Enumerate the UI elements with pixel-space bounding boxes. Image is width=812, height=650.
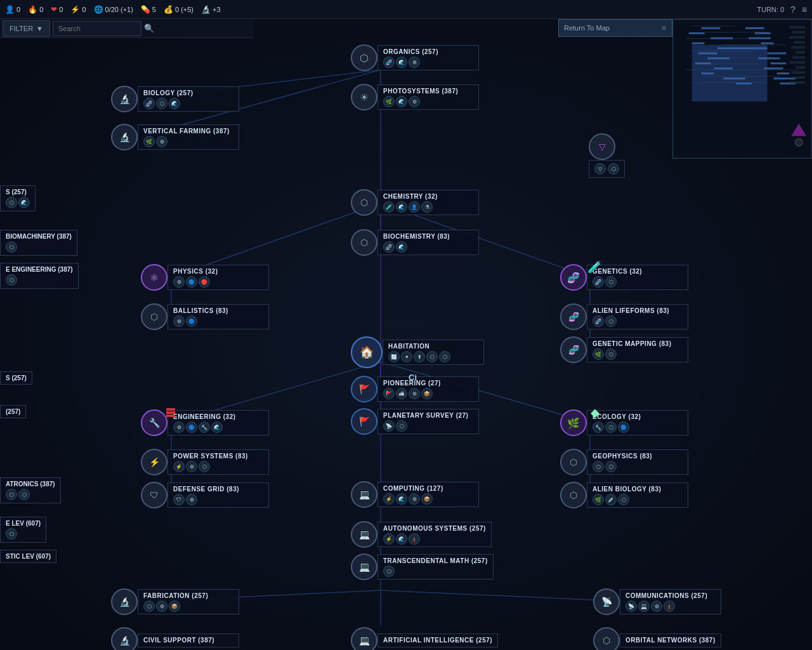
tech-node-geophysics[interactable]: ⬡ GEOPHYSICS (83) ⬡ ⬡ <box>560 449 688 475</box>
bio-mini-1: 🧬 <box>143 98 155 109</box>
organics-mini-2: 🌊 <box>396 56 407 68</box>
tech-node-photosystems[interactable]: ☀ PHOTOSYSTEMS (387) 🌿 🌊 ⚙ <box>351 84 479 110</box>
genetics-icons: 🧬 ⬡ <box>593 276 683 288</box>
tech-node-ecology[interactable]: 🌿 ◆ ECOLOGY (32) 🔧 ⬡ 🔵 <box>560 409 688 436</box>
auto-icon: 💻 <box>351 521 377 548</box>
left2-title: BIOMACHINERY (387) <box>6 233 72 240</box>
svg-rect-37 <box>792 31 805 34</box>
svg-rect-47 <box>790 81 805 84</box>
pow-mini-2: ⚙ <box>186 461 197 472</box>
filter-button[interactable]: FILTER ▼ <box>3 20 50 37</box>
left-partial-6[interactable]: ATRONICS (387) ⬡ ⬡ <box>0 477 61 503</box>
tech-node-genetic-mapping[interactable]: 🧬 GENETIC MAPPING (83) 🌿 ⬡ <box>560 336 688 363</box>
return-to-map-button[interactable]: Return To Map ✕ <box>558 19 672 37</box>
gm-mini-1: 🌿 <box>593 348 604 360</box>
civil-label-box: CIVIL SUPPORT (387) <box>138 633 239 647</box>
tech-node-transcendental-math[interactable]: 💻 TRANSCENDENTAL MATH (257) ⬡ <box>351 554 494 580</box>
tech-node-orbital-networks[interactable]: ⬡ ORBITAL NETWORKS (387) <box>593 627 721 650</box>
health-value: 5 <box>152 6 156 13</box>
planetary-survey-icon: 🚩 <box>351 408 377 435</box>
tech-node-ballistics[interactable]: ⬡ BALLISTICS (83) ⚙ 🔵 <box>141 303 269 330</box>
tech-node-engineering[interactable]: 🔧 ENGINEERING (32) ⚙ 🔵 🔧 🌊 <box>141 409 269 436</box>
tech-node-power-systems[interactable]: ⚡ POWER SYSTEMS (83) ⚡ ⚙ ⬡ <box>141 449 269 475</box>
phys-mini-2: 🔵 <box>186 276 197 288</box>
pioneering-icons: 🚩 🏙 ⚙ 📦 <box>383 388 473 399</box>
resource-bar: 👤 0 🔥 0 ❤ 0 ⚡ 0 🌐 0/20 (+1) 💊 5 💰 0 (+5) <box>5 5 221 14</box>
biochem-title: BIOCHEMISTRY (83) <box>383 233 473 240</box>
left-partial-5[interactable]: (257) <box>0 405 26 418</box>
ball-mini-1: ⚙ <box>173 315 185 327</box>
close-icon[interactable]: ✕ <box>661 24 667 32</box>
tech-node-communications[interactable]: 📡 COMMUNICATIONS (257) 📡 💻 ⚙ 🗼 <box>593 588 721 615</box>
comm-icon: 📡 <box>593 588 620 615</box>
left-partial-2[interactable]: BIOMACHINERY (387) ⬡ <box>0 230 77 256</box>
gen-mini-1: 🧬 <box>593 276 604 288</box>
left6-icons: ⬡ ⬡ <box>6 489 55 500</box>
tech-node-fabrication[interactable]: 🔬 FABRICATION (257) ⬡ ⚙ 📦 <box>111 588 239 615</box>
tech-node-habitation[interactable]: 🏠 HABITATION 🔄 ✦ ⬆ ⬡ ⬡ <box>351 336 484 368</box>
svg-rect-31 <box>771 62 787 64</box>
filter-label: FILTER <box>10 25 33 32</box>
ps-mini-1: 🌿 <box>383 96 395 107</box>
tech-node-ai[interactable]: 💻 ARTIFICIAL INTELLIGENCE (257) <box>351 627 498 650</box>
organics-mini-3: ⚙ <box>409 56 420 68</box>
auto-title: AUTONOMOUS SYSTEMS (257) <box>383 525 486 532</box>
eng-label-box: ENGINEERING (32) ⚙ 🔵 🔧 🌊 <box>167 410 269 435</box>
tech-node-physics[interactable]: ⚛ PHYSICS (32) ⚙ 🔵 🔴 <box>141 264 269 291</box>
left-partial-1[interactable]: S (257) ⬡ 🌊 <box>0 185 36 211</box>
left-partial-8[interactable]: STIC LEV (607) <box>0 550 56 563</box>
tech-node-computing[interactable]: 💻 COMPUTING (127) ⚡ 🌊 ⚙ 📦 <box>351 481 479 508</box>
alien-lf-label-box: ALIEN LIFEFORMS (83) 🧬 ⬡ <box>587 304 688 329</box>
phys-mini-1: ⚙ <box>173 276 185 288</box>
fab-title: FABRICATION (257) <box>143 592 233 599</box>
tech-node-autonomous-systems[interactable]: 💻 AUTONOMOUS SYSTEMS (257) ⚡ 🌊 🗼 <box>351 521 492 548</box>
power-icons: ⚡ ⚙ ⬡ <box>173 461 263 472</box>
comm-title: COMMUNICATIONS (257) <box>625 592 716 599</box>
left-partial-3[interactable]: E ENGINEERING (387) ⬡ <box>0 263 79 289</box>
svg-rect-28 <box>742 48 768 50</box>
tech-node-biology[interactable]: 🔬 BIOLOGY (257) 🧬 ⬡ 🌊 <box>111 86 239 112</box>
tech-node-planetary-survey[interactable]: 🚩 PLANETARY SURVEY (27) 📡 ⬡ <box>351 408 479 435</box>
turn-counter: TURN: 0 <box>757 6 784 13</box>
eco-mini-1: 🔧 <box>593 421 604 433</box>
tech-node-defense-grid[interactable]: 🛡 DEFENSE GRID (83) 🛡 ⚙ <box>141 482 269 508</box>
tech-node-alien-lifeforms[interactable]: 🧬 ALIEN LIFEFORMS (83) 🧬 ⬡ <box>560 303 688 330</box>
eng-mini-1: ⚙ <box>173 421 185 433</box>
ecology-diamond-badge: ◆ <box>591 406 599 420</box>
tech-node-organics[interactable]: ⬡ ORGANICS (257) 🧬 🌊 ⚙ <box>351 44 479 71</box>
ab-mini-1: 🌿 <box>593 494 604 505</box>
comp-icons: ⚡ 🌊 ⚙ 📦 <box>383 493 473 505</box>
colony-value: 0/20 (+1) <box>105 6 133 13</box>
svg-rect-13 <box>689 32 705 34</box>
ballistics-label-box: BALLISTICS (83) ⚙ 🔵 <box>167 304 269 329</box>
help-button[interactable]: ? <box>790 4 796 15</box>
l1-mini-1: ⬡ <box>6 197 17 208</box>
rt-mini-2: ⬡ <box>608 163 619 175</box>
left-partial-7[interactable]: E LEV (607) ⬡ <box>0 517 46 543</box>
resource-health: 💊 5 <box>141 5 156 14</box>
biology-icons: 🧬 ⬡ 🌊 <box>143 98 233 109</box>
tech-node-civil-support[interactable]: 🔬 CIVIL SUPPORT (387) <box>111 627 239 650</box>
svg-rect-39 <box>794 41 805 44</box>
svg-rect-20 <box>714 67 733 69</box>
ai-label-box: ARTIFICIAL INTELLIGENCE (257) <box>377 633 498 647</box>
tech-node-genetics[interactable]: 🧬 🧪 GENETICS (32) 🧬 ⬡ <box>560 264 688 291</box>
right-top-partial[interactable]: ▽ ▽ ⬡ <box>589 133 625 178</box>
left7-title: E LEV (607) <box>6 520 41 527</box>
resource-energy: ⚡ 0 <box>70 5 86 14</box>
left-partial-4[interactable]: S (257) <box>0 371 32 385</box>
civil-icon: 🔬 <box>111 627 138 650</box>
fab-mini-2: ⚙ <box>156 600 167 612</box>
physics-icons: ⚙ 🔵 🔴 <box>173 276 263 288</box>
tech-node-biochemistry[interactable]: ⬡ BIOCHEMISTRY (83) 🧬 🌊 <box>351 229 479 256</box>
l3-mini-1: ⬡ <box>6 274 17 286</box>
menu-button[interactable]: ≡ <box>802 4 807 15</box>
biochem-label-box: BIOCHEMISTRY (83) 🧬 🌊 <box>377 230 479 255</box>
top-right-controls: TURN: 0 ? ≡ <box>757 4 807 15</box>
tech-node-chemistry[interactable]: ⬡ CHEMISTRY (32) 🧪 🌊 👤 ⚗ <box>351 189 479 216</box>
search-input[interactable] <box>53 21 141 36</box>
tech-node-alien-biology[interactable]: ⬡ ALIEN BIOLOGY (83) 🌿 💉 ⬡ <box>560 482 688 508</box>
tech-node-vertical-farming[interactable]: 🔬 VERTICAL FARMING (387) 🌿 ⚙ <box>111 124 239 150</box>
minimap <box>672 19 812 159</box>
trans-icons: ⬡ <box>383 566 488 577</box>
